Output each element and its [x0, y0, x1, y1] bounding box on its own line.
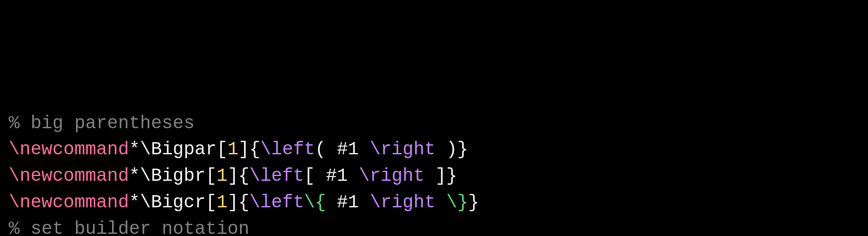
star-token: *	[129, 139, 140, 160]
latex-keyword: \newcommand	[9, 166, 129, 186]
paren-close: )	[435, 139, 457, 160]
latex-command: \Bigpar	[140, 139, 216, 160]
latex-left: \left	[260, 139, 315, 160]
latex-right: \right	[359, 166, 424, 186]
curly-open: {	[238, 166, 249, 186]
arg-placeholder: #1	[337, 192, 370, 213]
star-token: *	[129, 192, 140, 213]
curly-close: }	[446, 166, 457, 186]
curly-open: {	[238, 192, 249, 213]
latex-right: \right	[370, 139, 435, 160]
arg-placeholder: #1	[337, 139, 370, 160]
latex-command: \Bigbr	[140, 166, 205, 186]
code-line-1: % big parentheses	[9, 110, 859, 137]
arg-placeholder: #1	[326, 166, 359, 186]
code-editor[interactable]: % big parentheses\newcommand*\Bigpar[1]{…	[9, 110, 859, 236]
latex-keyword: \newcommand	[9, 192, 129, 213]
bracket-close: ]	[238, 139, 249, 160]
comment-text: % big parentheses	[9, 113, 194, 134]
code-line-4: \newcommand*\Bigcr[1]{\left\{ #1 \right …	[9, 189, 859, 216]
space	[326, 192, 337, 213]
escaped-curly: \}	[446, 192, 468, 213]
latex-right: \right	[370, 192, 435, 213]
escaped-curly: \{	[304, 192, 326, 213]
bracket-close: ]	[227, 166, 238, 186]
star-token: *	[129, 166, 140, 186]
curly-open: {	[250, 139, 260, 160]
curly-close: }	[457, 139, 468, 160]
code-line-5: % set builder notation	[9, 216, 859, 236]
comment-text: % set builder notation	[9, 219, 250, 236]
code-line-2: \newcommand*\Bigpar[1]{\left( #1 \right …	[9, 136, 859, 163]
arg-number: 1	[217, 166, 227, 186]
latex-keyword: \newcommand	[9, 139, 129, 160]
bracket-text: ]	[424, 166, 446, 186]
bracket-open: [	[217, 139, 227, 160]
latex-left: \left	[250, 166, 304, 186]
space	[435, 192, 446, 213]
bracket-open: [	[206, 192, 217, 213]
code-line-3: \newcommand*\Bigbr[1]{\left[ #1 \right ]…	[9, 163, 859, 189]
paren-open: (	[315, 139, 337, 160]
curly-close: }	[468, 192, 479, 213]
bracket-close: ]	[227, 192, 238, 213]
bracket-text: [	[304, 166, 326, 186]
latex-left: \left	[250, 192, 304, 213]
arg-number: 1	[217, 192, 227, 213]
latex-command: \Bigcr	[140, 192, 205, 213]
arg-number: 1	[227, 139, 238, 160]
bracket-open: [	[206, 166, 217, 186]
